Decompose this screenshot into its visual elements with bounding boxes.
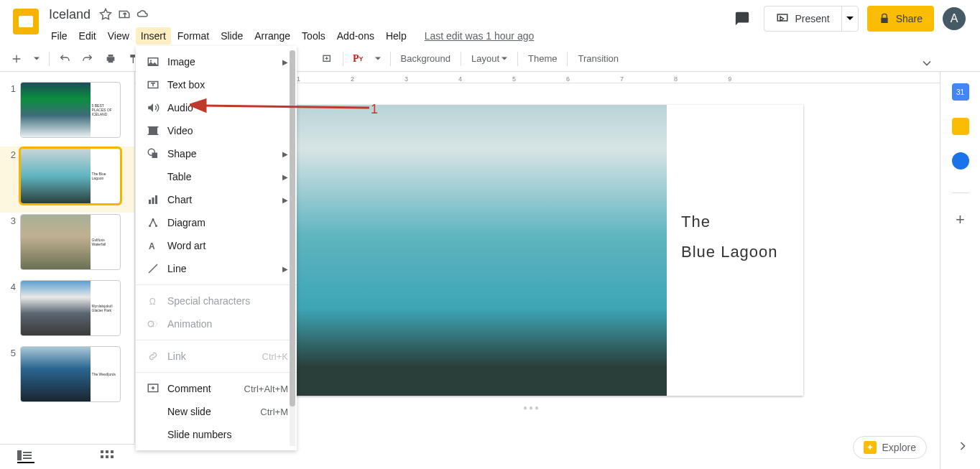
menu-arrange[interactable]: Arrange: [249, 27, 295, 45]
dropdown-item-video[interactable]: Video: [136, 119, 297, 142]
dropdown-label: Special characters: [167, 295, 288, 307]
dropdown-item-chart[interactable]: Chart ▶: [136, 188, 297, 211]
speaker-notes-handle[interactable]: ●●●: [523, 404, 540, 412]
submenu-arrow-icon: ▶: [282, 150, 288, 158]
svg-point-25: [148, 321, 154, 327]
print-button[interactable]: [100, 49, 121, 69]
slide-canvas[interactable]: The Blue Lagoon: [286, 105, 803, 396]
sidebar-separator: [952, 192, 969, 193]
separator: [343, 52, 343, 66]
thumb-caption: The Westfjords: [91, 347, 120, 401]
menu-insert[interactable]: Insert: [136, 27, 171, 45]
dropdown-item-shape[interactable]: Shape ▶: [136, 142, 297, 165]
move-icon[interactable]: [118, 8, 131, 21]
addon-button[interactable]: PY: [348, 49, 369, 69]
svg-rect-8: [101, 455, 103, 458]
share-label: Share: [896, 13, 923, 24]
doc-title[interactable]: Iceland: [46, 6, 93, 24]
dropdown-label: Animation: [167, 318, 288, 330]
menu-format[interactable]: Format: [172, 27, 214, 45]
dropdown-separator: [136, 284, 297, 285]
slide-thumbnail[interactable]: The Blue Lagoon: [20, 148, 121, 204]
thumb-image: [21, 281, 91, 335]
menu-help[interactable]: Help: [381, 27, 412, 45]
slide-title-box[interactable]: The Blue Lagoon: [667, 105, 803, 396]
slide-thumbnail[interactable]: 5 BEST PLACES OF ICELAND: [20, 82, 121, 138]
present-dropdown[interactable]: [841, 6, 858, 31]
new-slide-dropdown[interactable]: [29, 52, 45, 66]
present-button[interactable]: Present: [764, 12, 841, 25]
thumb-number: 2: [6, 148, 20, 204]
dropdown-item-new-slide[interactable]: New slide Ctrl+M: [136, 400, 297, 423]
thumb-number: 4: [6, 280, 20, 336]
share-button[interactable]: Share: [867, 6, 934, 32]
slide-thumbnail[interactable]: Myrdalsjokull Glacier Park: [20, 280, 121, 336]
addon-dropdown[interactable]: [370, 52, 386, 66]
grid-view-button[interactable]: [101, 450, 118, 463]
cloud-icon[interactable]: [137, 8, 149, 21]
last-edit-link[interactable]: Last edit was 1 hour ago: [425, 30, 535, 42]
avatar[interactable]: A: [943, 7, 966, 30]
slides-logo-icon[interactable]: [13, 9, 39, 34]
comments-button[interactable]: [729, 6, 755, 32]
new-slide-button[interactable]: [6, 49, 27, 69]
svg-rect-18: [155, 195, 157, 204]
thumb-row[interactable]: 3 Gullfoss Waterfall: [0, 213, 134, 279]
ruler-mark: 1: [297, 75, 300, 83]
dropdown-item-table[interactable]: Table ▶: [136, 165, 297, 188]
redo-button[interactable]: [77, 49, 98, 69]
dropdown-item-image[interactable]: Image ▶: [136, 50, 297, 73]
filmstrip-view-button[interactable]: [17, 450, 34, 463]
thumb-row[interactable]: 4 Myrdalsjokull Glacier Park: [0, 279, 134, 345]
filmstrip[interactable]: 1 5 BEST PLACES OF ICELAND 2 The Blue La…: [0, 72, 135, 443]
menu-tools[interactable]: Tools: [297, 27, 330, 45]
calendar-icon[interactable]: 31: [952, 83, 969, 101]
menu-view[interactable]: View: [103, 27, 134, 45]
thumb-image: [21, 347, 91, 401]
zoom-button[interactable]: [317, 49, 338, 69]
star-icon[interactable]: [99, 8, 112, 21]
explore-button[interactable]: ✦ Explore: [853, 436, 927, 459]
thumb-row[interactable]: 2 The Blue Lagoon: [0, 147, 134, 213]
annotation-arrow: [190, 98, 376, 120]
transition-button[interactable]: Transition: [572, 50, 624, 67]
header-right: Present Share A: [729, 6, 974, 32]
slide-thumbnail[interactable]: The Westfjords: [20, 346, 121, 402]
show-sidebar-button[interactable]: [956, 439, 970, 456]
svg-line-28: [203, 106, 369, 108]
dropdown-item-word-art[interactable]: A Word art: [136, 234, 297, 257]
separator: [567, 52, 568, 66]
menu-slide[interactable]: Slide: [216, 27, 248, 45]
dropdown-item-text-box[interactable]: Text box: [136, 73, 297, 96]
menu-edit[interactable]: Edit: [74, 27, 101, 45]
annotation-number: 1: [371, 102, 378, 117]
background-button[interactable]: Background: [395, 50, 456, 67]
tasks-icon[interactable]: [952, 152, 969, 170]
hide-panel-button[interactable]: [920, 56, 934, 73]
separator: [461, 52, 461, 66]
present-label: Present: [795, 13, 829, 24]
dropdown-item-diagram[interactable]: Diagram: [136, 211, 297, 234]
svg-rect-4: [23, 458, 32, 459]
keep-icon[interactable]: [952, 118, 969, 135]
explore-icon: ✦: [864, 441, 877, 454]
thumb-row[interactable]: 5 The Westfjords: [0, 345, 134, 411]
dropdown-item-slide-numbers[interactable]: Slide numbers: [136, 423, 297, 446]
menu-addons[interactable]: Add-ons: [332, 27, 379, 45]
menu-file[interactable]: File: [46, 27, 73, 45]
thumb-row[interactable]: 1 5 BEST PLACES OF ICELAND: [0, 80, 134, 147]
svg-marker-29: [190, 100, 205, 111]
dropdown-label: Text box: [167, 79, 288, 90]
dropdown-separator: [136, 372, 297, 373]
svg-rect-2: [23, 452, 32, 453]
add-addon-button[interactable]: +: [956, 210, 965, 229]
layout-button[interactable]: Layout: [466, 50, 513, 67]
undo-button[interactable]: [54, 49, 75, 69]
dropdown-item-comment[interactable]: Comment Ctrl+Alt+M: [136, 377, 297, 400]
slide-image[interactable]: [286, 105, 667, 396]
theme-button[interactable]: Theme: [522, 50, 563, 67]
dropdown-item-line[interactable]: Line ▶: [136, 257, 297, 280]
ruler-mark: 6: [566, 75, 570, 83]
slide-thumbnail[interactable]: Gullfoss Waterfall: [20, 214, 121, 270]
thumb-image: [21, 83, 91, 137]
